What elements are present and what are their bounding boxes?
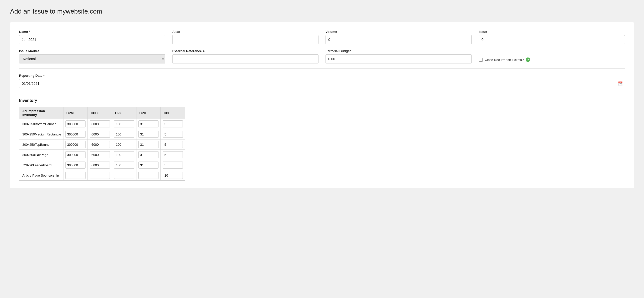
- col-header-cpf: CPF: [160, 107, 185, 119]
- col-header-cpm: CPM: [63, 107, 88, 119]
- inventory-input-cpa-3[interactable]: [114, 151, 134, 158]
- inventory-input-cpm-0[interactable]: [65, 120, 86, 127]
- table-row: Article Page Sponsorship: [19, 170, 185, 181]
- inventory-cell-cpa: [112, 129, 136, 139]
- inventory-section: Inventory Ad Impression Inventory CPM CP…: [19, 98, 625, 181]
- col-header-cpd: CPD: [136, 107, 160, 119]
- page-container: Add an Issue to mywebsite.com Name * Ali…: [0, 0, 644, 298]
- inventory-input-cpd-0[interactable]: [138, 120, 158, 127]
- help-icon[interactable]: ?: [526, 57, 530, 62]
- name-group: Name *: [19, 30, 165, 44]
- name-input[interactable]: [19, 35, 165, 44]
- inventory-input-cpf-5[interactable]: [163, 172, 183, 179]
- inventory-cell-cpd: [136, 150, 160, 160]
- issue-input[interactable]: [479, 35, 625, 44]
- inventory-row-name: 300x250MediumRectangle: [19, 129, 63, 139]
- inventory-cell-cpa: [112, 160, 136, 170]
- inventory-cell-cpm: [63, 160, 88, 170]
- inventory-cell-cpf: [160, 150, 185, 160]
- inventory-cell-cpm: [63, 119, 88, 129]
- volume-group: Volume: [326, 30, 472, 44]
- inventory-input-cpf-3[interactable]: [163, 151, 183, 158]
- inventory-input-cpa-4[interactable]: [114, 162, 134, 169]
- inventory-input-cpc-2[interactable]: [90, 141, 110, 148]
- close-recurrence-checkbox[interactable]: [479, 58, 483, 62]
- table-row: 728x90Leaderboard: [19, 160, 185, 170]
- divider-1: [19, 68, 625, 69]
- inventory-input-cpd-5[interactable]: [138, 172, 158, 179]
- col-header-cpa: CPA: [112, 107, 136, 119]
- col-header-cpc: CPC: [88, 107, 112, 119]
- issue-label: Issue: [479, 30, 625, 34]
- form-row-2: Issue Market National Regional Local Ext…: [19, 49, 625, 63]
- volume-label: Volume: [326, 30, 472, 34]
- volume-input[interactable]: [326, 35, 472, 44]
- inventory-input-cpd-3[interactable]: [138, 151, 158, 158]
- inventory-input-cpc-5[interactable]: [90, 172, 110, 179]
- inventory-cell-cpf: [160, 139, 185, 150]
- editorial-budget-group: Editorial Budget: [326, 49, 472, 63]
- inventory-cell-cpc: [88, 150, 112, 160]
- inventory-input-cpm-3[interactable]: [65, 151, 86, 158]
- inventory-cell-cpm: [63, 150, 88, 160]
- issue-group: Issue: [479, 30, 625, 44]
- inventory-cell-cpd: [136, 119, 160, 129]
- inventory-cell-cpm: [63, 129, 88, 139]
- table-header-row: Ad Impression Inventory CPM CPC CPA CPD …: [19, 107, 185, 119]
- inventory-input-cpc-3[interactable]: [90, 151, 110, 158]
- inventory-cell-cpc: [88, 170, 112, 181]
- inventory-cell-cpa: [112, 119, 136, 129]
- alias-label: Alias: [172, 30, 318, 34]
- inventory-input-cpd-1[interactable]: [138, 131, 158, 138]
- inventory-input-cpd-2[interactable]: [138, 141, 158, 148]
- inventory-table: Ad Impression Inventory CPM CPC CPA CPD …: [19, 107, 185, 181]
- inventory-cell-cpc: [88, 129, 112, 139]
- inventory-input-cpm-5[interactable]: [65, 172, 86, 179]
- external-ref-label: External Reference #: [172, 49, 318, 53]
- inventory-cell-cpc: [88, 119, 112, 129]
- inventory-input-cpm-1[interactable]: [65, 131, 86, 138]
- table-row: 300x250MediumRectangle: [19, 129, 185, 139]
- divider-2: [19, 93, 625, 93]
- inventory-cell-cpm: [63, 170, 88, 181]
- inventory-input-cpc-0[interactable]: [90, 120, 110, 127]
- inventory-input-cpf-4[interactable]: [163, 162, 183, 169]
- table-row: 300x600HalfPage: [19, 150, 185, 160]
- inventory-input-cpm-2[interactable]: [65, 141, 86, 148]
- reporting-date-label: Reporting Date *: [19, 74, 625, 78]
- inventory-input-cpa-1[interactable]: [114, 131, 134, 138]
- table-row: 300x250TopBanner: [19, 139, 185, 150]
- close-recurrence-inner: Close Recurrence Tickets? ?: [479, 57, 625, 63]
- inventory-input-cpc-4[interactable]: [90, 162, 110, 169]
- close-recurrence-label[interactable]: Close Recurrence Tickets?: [485, 58, 524, 62]
- editorial-budget-input[interactable]: [326, 54, 472, 63]
- reporting-date-input[interactable]: [19, 79, 69, 88]
- inventory-input-cpa-0[interactable]: [114, 120, 134, 127]
- page-title: Add an Issue to mywebsite.com: [10, 8, 634, 15]
- inventory-input-cpf-2[interactable]: [163, 141, 183, 148]
- form-row-reporting: Reporting Date * 📅: [19, 74, 625, 88]
- calendar-icon: 📅: [618, 81, 623, 86]
- alias-input[interactable]: [172, 35, 318, 44]
- inventory-row-name: Article Page Sponsorship: [19, 170, 63, 181]
- inventory-cell-cpf: [160, 170, 185, 181]
- inventory-input-cpa-5[interactable]: [114, 172, 134, 179]
- inventory-cell-cpm: [63, 139, 88, 150]
- inventory-input-cpm-4[interactable]: [65, 162, 86, 169]
- reporting-date-group: Reporting Date * 📅: [19, 74, 625, 88]
- inventory-input-cpc-1[interactable]: [90, 131, 110, 138]
- col-header-name: Ad Impression Inventory: [19, 107, 63, 119]
- inventory-cell-cpc: [88, 160, 112, 170]
- inventory-input-cpf-1[interactable]: [163, 131, 183, 138]
- inventory-cell-cpa: [112, 150, 136, 160]
- inventory-input-cpa-2[interactable]: [114, 141, 134, 148]
- issue-market-select[interactable]: National Regional Local: [19, 54, 165, 63]
- inventory-input-cpf-0[interactable]: [163, 120, 183, 127]
- inventory-cell-cpa: [112, 139, 136, 150]
- inventory-input-cpd-4[interactable]: [138, 162, 158, 169]
- inventory-cell-cpd: [136, 160, 160, 170]
- external-ref-input[interactable]: [172, 54, 318, 63]
- external-ref-group: External Reference #: [172, 49, 318, 63]
- inventory-cell-cpa: [112, 170, 136, 181]
- table-row: 300x250BottomBanner: [19, 119, 185, 129]
